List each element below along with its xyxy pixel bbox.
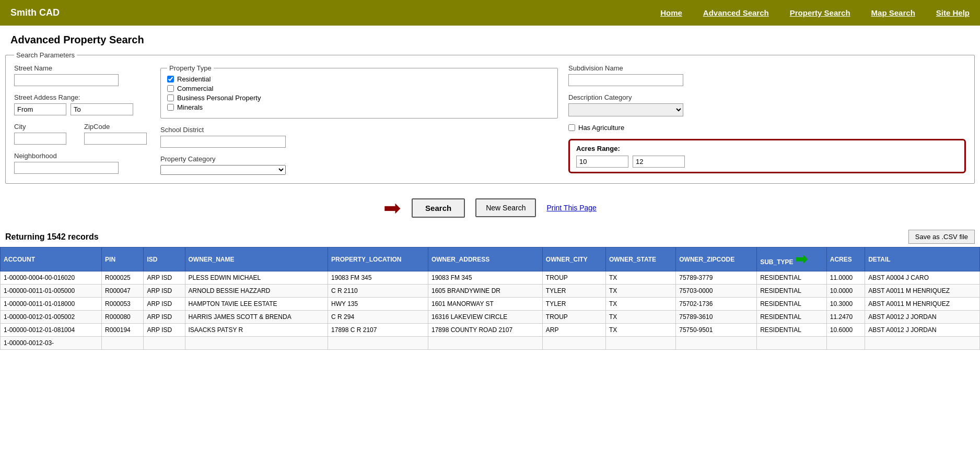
property-category-group: Property Category	[160, 155, 558, 175]
zipcode-input[interactable]	[84, 133, 147, 145]
table-cell: C R 294	[328, 311, 428, 324]
table-row: 1-00000-0012-01-005002R000080ARP ISDHARR…	[1, 311, 980, 324]
col-property-location: PROPERTY_LOCATION	[328, 247, 428, 271]
neighborhood-input[interactable]	[14, 162, 119, 174]
right-col: Subdivision Name Description Category Ha…	[568, 64, 966, 175]
has-agriculture-group: Has Agriculture	[568, 124, 966, 132]
print-link[interactable]: Print This Page	[546, 204, 596, 212]
table-cell: TX	[605, 311, 675, 324]
zipcode-label: ZipCode	[84, 123, 150, 131]
col-owner-zipcode: OWNER_ZIPCODE	[676, 247, 757, 271]
table-cell: RESIDENTIAL	[757, 324, 827, 337]
table-cell: 11.2470	[826, 311, 865, 324]
street-name-label: Street Name	[14, 64, 150, 72]
table-cell: TYLER	[542, 285, 605, 298]
table-cell: 75789-3610	[676, 311, 757, 324]
search-button[interactable]: Search	[412, 198, 465, 218]
map-search-link[interactable]: Map Search	[871, 8, 915, 17]
table-cell: PLESS EDWIN MICHAEL	[185, 271, 328, 285]
table-cell: 1-00000-0011-01-005000	[1, 285, 102, 298]
subdivision-name-input[interactable]	[568, 74, 683, 86]
business-personal-option: Business Personal Property	[167, 94, 551, 102]
description-category-group: Description Category	[568, 93, 966, 116]
search-params-section: Search Parameters Street Name Street Add…	[5, 51, 975, 184]
table-cell	[185, 337, 328, 350]
addr-from-input[interactable]	[14, 103, 66, 115]
site-help-link[interactable]: Site Help	[936, 8, 970, 17]
table-cell: 17898 COUNTY ROAD 2107	[428, 324, 542, 337]
city-label: City	[14, 123, 80, 131]
table-cell: 16316 LAKEVIEW CIRCLE	[428, 311, 542, 324]
col-owner-city: OWNER_CITY	[542, 247, 605, 271]
table-cell: HWY 135	[328, 298, 428, 311]
table-cell: 1-00000-0011-01-018000	[1, 298, 102, 311]
col-pin: PIN	[102, 247, 144, 271]
table-cell: C R 2110	[328, 285, 428, 298]
col-sub-type: SUB_TYPE ➡	[757, 247, 827, 271]
commercial-label: Commercial	[177, 85, 213, 92]
table-cell: ARP ISD	[144, 324, 185, 337]
acres-max-input[interactable]	[633, 156, 685, 168]
commercial-checkbox[interactable]	[167, 85, 174, 92]
table-cell	[757, 337, 827, 350]
table-cell: 1-00000-0012-01-081004	[1, 324, 102, 337]
business-personal-checkbox[interactable]	[167, 94, 174, 101]
table-row: 1-00000-0011-01-018000R000053ARP ISDHAMP…	[1, 298, 980, 311]
site-title: Smith CAD	[10, 7, 60, 18]
header: Smith CAD Home Advanced Search Property …	[0, 0, 980, 26]
table-cell	[428, 337, 542, 350]
table-cell: TX	[605, 271, 675, 285]
addr-to-input[interactable]	[71, 103, 133, 115]
property-type-fieldset: Property Type Residential Commercial Bus…	[160, 64, 558, 119]
minerals-option: Minerals	[167, 103, 551, 111]
property-search-link[interactable]: Property Search	[790, 8, 850, 17]
advanced-search-link[interactable]: Advanced Search	[703, 8, 769, 17]
table-cell	[328, 337, 428, 350]
minerals-label: Minerals	[177, 103, 203, 111]
table-cell	[605, 337, 675, 350]
school-district-input[interactable]	[160, 136, 286, 148]
table-cell: 75789-3779	[676, 271, 757, 285]
table-cell: TX	[605, 285, 675, 298]
table-header-row: ACCOUNT PIN ISD OWNER_NAME PROPERTY_LOCA…	[1, 247, 980, 271]
table-cell: R000080	[102, 311, 144, 324]
description-category-select[interactable]	[568, 103, 683, 116]
results-table: ACCOUNT PIN ISD OWNER_NAME PROPERTY_LOCA…	[0, 247, 980, 350]
table-cell: TROUP	[542, 311, 605, 324]
new-search-button[interactable]: New Search	[475, 198, 536, 217]
has-agriculture-checkbox[interactable]	[568, 124, 575, 131]
table-cell: 1-00000-0012-01-005002	[1, 311, 102, 324]
table-cell: ARP ISD	[144, 311, 185, 324]
table-cell: TX	[605, 298, 675, 311]
has-agriculture-label: Has Agriculture	[578, 124, 624, 132]
save-csv-button[interactable]: Save as .CSV file	[908, 230, 975, 244]
action-row: ➡ Search New Search Print This Page	[0, 189, 980, 227]
col-account: ACCOUNT	[1, 247, 102, 271]
minerals-checkbox[interactable]	[167, 104, 174, 111]
table-cell: R000053	[102, 298, 144, 311]
residential-checkbox[interactable]	[167, 76, 174, 82]
city-input[interactable]	[14, 133, 66, 145]
search-params-legend: Search Parameters	[14, 51, 77, 59]
acres-min-input[interactable]	[576, 156, 628, 168]
table-row: 1-00000-0011-01-005000R000047ARP ISDARNO…	[1, 285, 980, 298]
property-category-select[interactable]	[160, 165, 286, 175]
table-cell	[542, 337, 605, 350]
results-count: Returning 1542 records	[5, 232, 99, 242]
subdivision-name-group: Subdivision Name	[568, 64, 966, 86]
description-category-label: Description Category	[568, 93, 966, 101]
street-addr-range-label: Street Addess Range:	[14, 93, 150, 101]
table-cell	[865, 337, 980, 350]
table-cell: TROUP	[542, 271, 605, 285]
home-link[interactable]: Home	[660, 8, 682, 17]
results-tbody: 1-00000-0004-00-016020R000025ARP ISDPLES…	[1, 271, 980, 350]
table-cell	[826, 337, 865, 350]
table-cell: ARNOLD BESSIE HAZZARD	[185, 285, 328, 298]
residential-label: Residential	[177, 75, 211, 83]
table-cell	[102, 337, 144, 350]
table-cell: ISAACKS PATSY R	[185, 324, 328, 337]
street-name-input[interactable]	[14, 74, 119, 86]
table-cell: 75703-0000	[676, 285, 757, 298]
table-cell: 11.0000	[826, 271, 865, 285]
property-category-label: Property Category	[160, 155, 558, 163]
